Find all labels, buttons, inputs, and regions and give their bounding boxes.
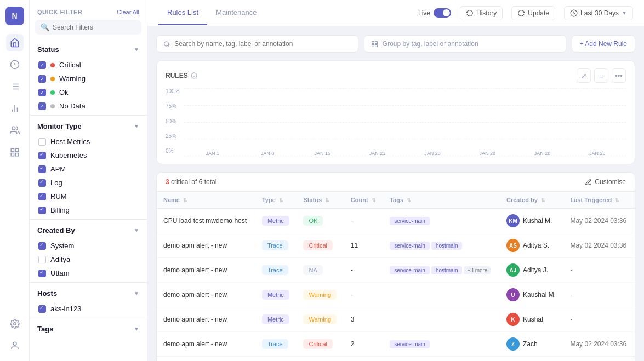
type-sort-icon[interactable]: ⇅ [279,198,283,203]
count-sort-icon[interactable]: ⇅ [372,198,376,203]
table-row[interactable]: demo apm alert - newTraceCritical11servi… [157,233,635,258]
table-row[interactable]: demo apm alert - newMetricWarning-UKaush… [157,283,635,307]
add-rule-button[interactable]: + Add New Rule [572,35,635,53]
critical-checkbox[interactable] [38,61,46,69]
chart-section: RULES ⤢ ≡ ••• 100% 75% 50% 25% 0% [156,60,635,164]
table-row[interactable]: CPU load test mwdemo hostMetricOK-servic… [157,209,635,233]
status-section-header[interactable]: Status ▼ [30,41,147,58]
svg-rect-22 [372,41,374,43]
chart-title: RULES [166,72,197,79]
nav-alerts-icon[interactable] [6,56,24,73]
date-range-button[interactable]: Last 30 Days ▼ [564,6,633,20]
svg-rect-25 [372,44,374,47]
svg-point-18 [13,342,16,345]
cell-last-triggered: May 02 2024 03:36 [563,233,635,258]
search-icon: 🔍 [41,23,49,31]
host-metrics-checkbox[interactable] [38,138,46,146]
group-input-wrap[interactable]: Group by tag, label or annotation [364,35,566,53]
nav-users-icon[interactable] [6,122,24,139]
rum-checkbox[interactable] [38,193,46,200]
monitor-type-header[interactable]: Monitor Type ▼ [30,118,147,135]
chart-expand-button[interactable]: ⤢ [577,68,591,83]
app-logo[interactable]: N [5,7,24,25]
nodata-checkbox[interactable] [38,102,46,110]
bar-label: JAN 8 [241,151,294,156]
filter-host-metrics[interactable]: Host Metrics [30,135,147,148]
name-sort-icon[interactable]: ⇅ [183,198,187,203]
warning-checkbox[interactable] [38,75,46,83]
billing-checkbox[interactable] [38,207,46,214]
search-input[interactable] [174,40,351,48]
bar-labels-row: JAN 1JAN 8JAN 15JAN 21JAN 28JAN 28JAN 28… [184,151,626,156]
sidebar-search[interactable]: 🔍 [35,20,141,35]
group-icon [371,41,378,48]
filter-rum[interactable]: RUM [30,190,147,203]
filter-aks[interactable]: aks-in123 [30,302,147,316]
table-row[interactable]: demo apm alert - newTraceNA-service-main… [157,258,635,283]
y-label-0: 0% [166,148,180,154]
clear-all-button[interactable]: Clear All [117,9,139,15]
cell-status: Warning [297,307,344,332]
chart-filter-button[interactable]: ≡ [594,68,608,83]
created-by-name: Zach [523,340,538,348]
filter-ok[interactable]: Ok [30,85,147,99]
created-by-name: Aditya J. [523,266,548,274]
nav-list-icon[interactable] [6,78,24,95]
ok-checkbox[interactable] [38,89,46,96]
cell-type: Trace [255,233,297,258]
filter-critical[interactable]: Critical [30,58,147,72]
history-button[interactable]: History [460,6,503,20]
filter-billing[interactable]: Billing [30,203,147,217]
status-sort-icon[interactable]: ⇅ [325,198,329,203]
tab-rules-list[interactable]: Rules List [158,1,207,25]
created-by-header[interactable]: Created By ▼ [30,222,147,239]
filter-nodata[interactable]: No Data [30,99,147,113]
type-badge: Trace [262,339,288,349]
filter-apm[interactable]: APM [30,162,147,176]
svg-rect-14 [15,148,18,151]
filter-aditya[interactable]: Aditya [30,253,147,266]
kubernetes-checkbox[interactable] [38,152,46,159]
tags-header[interactable]: Tags ▼ [30,320,147,337]
logo-text: N [12,12,17,20]
system-checkbox[interactable] [38,242,46,250]
sidebar-search-input[interactable] [53,24,136,31]
log-checkbox[interactable] [38,179,46,187]
nav-home-icon[interactable] [6,34,24,51]
tags-sort-icon[interactable]: ⇅ [407,198,411,203]
filter-system[interactable]: System [30,239,147,253]
search-input-wrap[interactable] [156,35,358,53]
aditya-checkbox[interactable] [38,256,46,263]
table-row[interactable]: demo apm alert - newTraceCritical2servic… [157,332,635,357]
live-toggle[interactable] [434,8,451,18]
nav-chart-icon[interactable] [6,100,24,117]
filter-uttam[interactable]: Uttam [30,266,147,280]
topbar-right: Live History Update Last 30 Days ▼ [418,6,633,20]
table-row[interactable]: demo apm alert - newMetricWarning3KKusha… [157,307,635,332]
nav-user-profile-icon[interactable] [6,337,24,354]
bar-label: JAN 28 [516,151,568,156]
chart-more-button[interactable]: ••• [612,68,626,83]
update-button[interactable]: Update [511,6,555,20]
avatar: Z [506,337,520,351]
filter-warning[interactable]: Warning [30,72,147,85]
apm-checkbox[interactable] [38,165,46,173]
filter-log[interactable]: Log [30,176,147,190]
filter-kubernetes[interactable]: Kubernetes [30,148,147,162]
uttam-checkbox[interactable] [38,270,46,277]
status-chevron-icon: ▼ [134,47,139,53]
customise-button[interactable]: Customise [585,178,626,186]
created-by-sort-icon[interactable]: ⇅ [541,198,545,203]
svg-rect-23 [375,41,377,43]
last-triggered-sort-icon[interactable]: ⇅ [615,198,619,203]
tab-maintenance[interactable]: Maintenance [207,1,265,25]
cell-last-triggered: May 02 2024 03:36 [563,209,635,233]
svg-rect-15 [15,153,18,156]
nav-grid-icon[interactable] [6,144,24,161]
cell-created-by: KKushal [500,307,564,332]
type-badge: Trace [262,265,288,275]
nav-settings-icon[interactable] [6,315,24,333]
status-section: Status ▼ Critical Warning Ok No Data [30,41,147,113]
hosts-header[interactable]: Hosts ▼ [30,285,147,302]
aks-checkbox[interactable] [38,305,46,313]
